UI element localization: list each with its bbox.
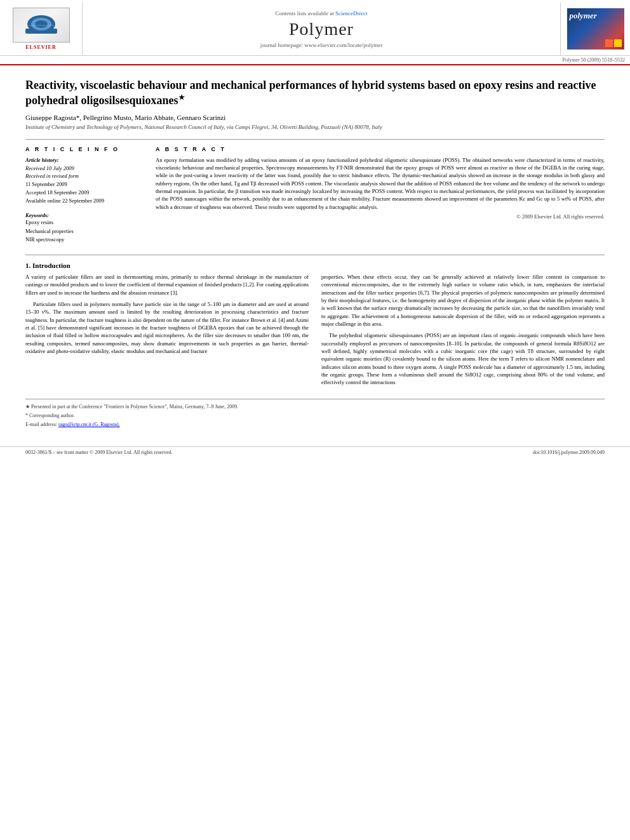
- svg-point-3: [35, 20, 48, 28]
- journal-title: Polymer: [289, 19, 354, 39]
- keyword-2: Mechanical properties: [25, 227, 143, 236]
- issn-line: 0032-3861/$ – see front matter © 2009 El…: [25, 450, 173, 455]
- polymer-logo: polymer: [567, 8, 624, 50]
- intro-body-cols: A variety of particulate fillers are use…: [25, 273, 605, 390]
- article-info-header: A R T I C L E I N F O: [25, 146, 143, 152]
- journal-ref-line: Polymer 50 (2009) 5518–5532: [0, 56, 630, 64]
- elsevier-logo: [13, 8, 70, 43]
- article-title: Reactivity, viscoelastic behaviour and m…: [25, 78, 605, 109]
- email-link[interactable]: rago@ictp.cnr.it (G. Ragosta).: [58, 422, 120, 427]
- email-label: E-mail address:: [25, 422, 57, 427]
- star-footnote: ★ Presented in part at the Conference "F…: [25, 403, 605, 411]
- journal-homepage: journal homepage: www.elsevier.com/locat…: [260, 42, 382, 48]
- abstract-col: A B S T R A C T An epoxy formulation was…: [156, 146, 605, 244]
- polymer-logo-area: polymer: [560, 3, 630, 55]
- introduction-section: 1. Introduction A variety of particulate…: [25, 262, 605, 390]
- abstract-header: A B S T R A C T: [156, 146, 605, 152]
- polymer-logo-text: polymer: [570, 11, 597, 21]
- elsevier-label: ELSEVIER: [25, 44, 56, 50]
- copyright-line: © 2009 Elsevier Ltd. All rights reserved…: [156, 213, 605, 220]
- authors-line: Giuseppe Ragosta*, Pellegrino Musto, Mar…: [25, 114, 605, 121]
- keyword-3: NIR spectroscopy: [25, 236, 143, 244]
- keywords-label: Keywords:: [25, 212, 143, 218]
- accepted-label: Accepted 18 September 2009: [25, 189, 143, 197]
- received-revised-label: Received in revised form: [25, 172, 143, 180]
- received-label: Received 10 July 2009: [25, 164, 143, 173]
- intro-title: 1. Introduction: [25, 262, 605, 269]
- section-divider: [25, 255, 605, 255]
- doi-line: doi:10.1016/j.polymer.2009.09.049: [533, 450, 605, 455]
- elsevier-logo-area: ELSEVIER: [0, 3, 83, 55]
- email-footnote: E-mail address: rago@ictp.cnr.it (G. Rag…: [25, 421, 605, 429]
- abstract-text: An epoxy formulation was modified by add…: [156, 156, 605, 211]
- sciencedirect-link[interactable]: ScienceDirect: [335, 10, 367, 17]
- available-label: Available online 22 September 2009: [25, 197, 143, 205]
- keywords-block: Keywords: Epoxy resins Mechanical proper…: [25, 212, 143, 244]
- keyword-1: Epoxy resins: [25, 218, 143, 227]
- intro-para-4: The polyhedral oligomeric silsesquioxane…: [321, 331, 605, 386]
- history-label: Article history:: [25, 156, 143, 164]
- journal-center-info: Contents lists available at ScienceDirec…: [83, 3, 560, 55]
- intro-right-col: properties. When these effects occur, th…: [321, 273, 605, 390]
- sciencedirect-line: Contents lists available at ScienceDirec…: [276, 10, 368, 17]
- journal-header-top: ELSEVIER Contents lists available at Sci…: [0, 3, 630, 56]
- article-info-abstract-section: A R T I C L E I N F O Article history: R…: [25, 139, 605, 244]
- corresponding-footnote: * Corresponding author.: [25, 412, 605, 420]
- article-container: Reactivity, viscoelastic behaviour and m…: [0, 65, 630, 443]
- article-info-block: Article history: Received 10 July 2009 R…: [25, 156, 143, 205]
- received-revised-date: 11 September 2009: [25, 180, 143, 189]
- intro-para-2: Particulate fillers used in polymers nor…: [25, 300, 309, 355]
- intro-para-3: properties. When these effects occur, th…: [321, 273, 605, 328]
- article-info-col: A R T I C L E I N F O Article history: R…: [25, 146, 143, 244]
- intro-para-1: A variety of particulate fillers are use…: [25, 273, 309, 297]
- bottom-bar: 0032-3861/$ – see front matter © 2009 El…: [0, 446, 630, 458]
- journal-header: ELSEVIER Contents lists available at Sci…: [0, 0, 630, 65]
- affiliation-line: Institute of Chemistry and Technology of…: [25, 124, 605, 130]
- intro-left-col: A variety of particulate fillers are use…: [25, 273, 309, 390]
- footnote-area: ★ Presented in part at the Conference "F…: [25, 399, 605, 429]
